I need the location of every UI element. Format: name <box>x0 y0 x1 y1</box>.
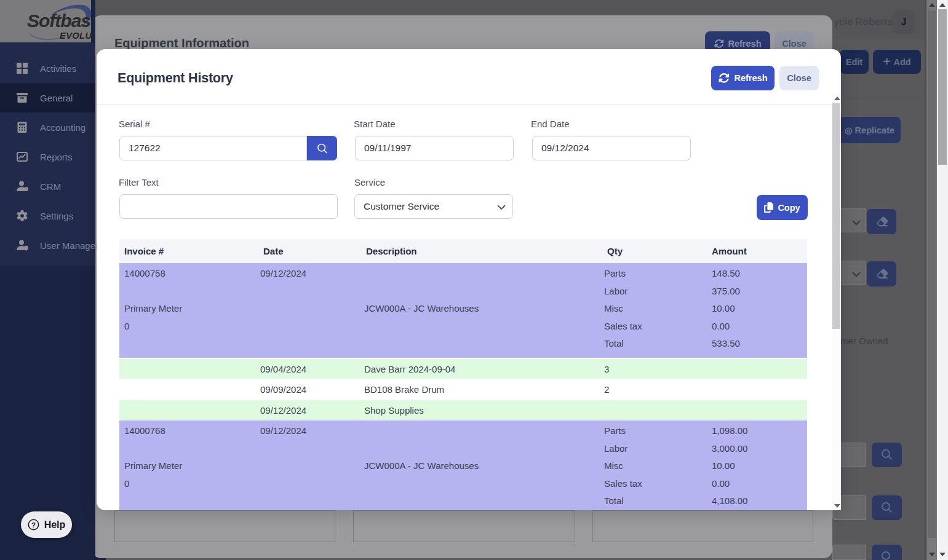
svg-text:?: ? <box>31 521 36 529</box>
svg-text:EVOLUTION: EVOLUTION <box>60 31 91 41</box>
svg-text:Softbase: Softbase <box>27 10 91 31</box>
